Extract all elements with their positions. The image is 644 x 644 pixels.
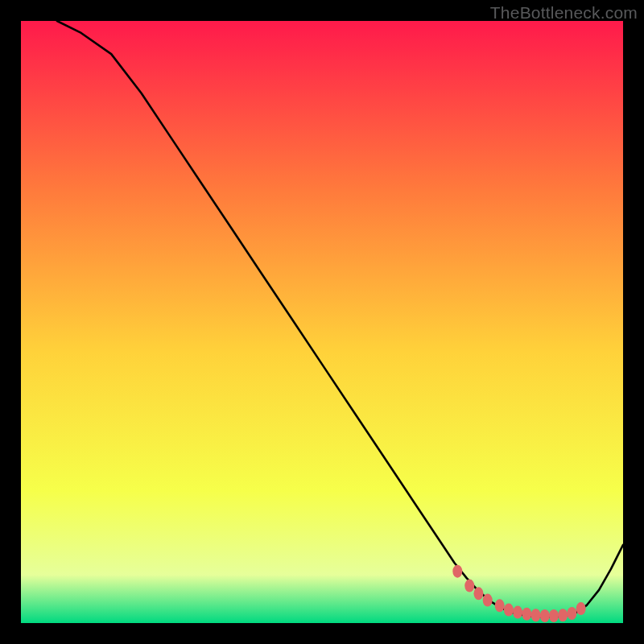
marker-dot — [522, 608, 531, 621]
marker-dot — [513, 606, 522, 619]
marker-dot — [483, 594, 493, 607]
gradient-background — [21, 21, 623, 623]
marker-dot — [567, 607, 576, 620]
bottleneck-chart — [21, 21, 623, 623]
marker-dot — [531, 609, 541, 621]
marker-dot — [549, 609, 559, 622]
chart-frame — [21, 21, 623, 623]
marker-dot — [540, 609, 550, 622]
marker-dot — [576, 602, 586, 615]
watermark-text: TheBottleneck.com — [490, 3, 638, 23]
marker-dot — [473, 587, 483, 600]
marker-dot — [558, 609, 568, 621]
marker-dot — [504, 604, 514, 617]
marker-dot — [495, 599, 505, 612]
marker-dot — [464, 580, 474, 592]
marker-dot — [452, 565, 462, 578]
